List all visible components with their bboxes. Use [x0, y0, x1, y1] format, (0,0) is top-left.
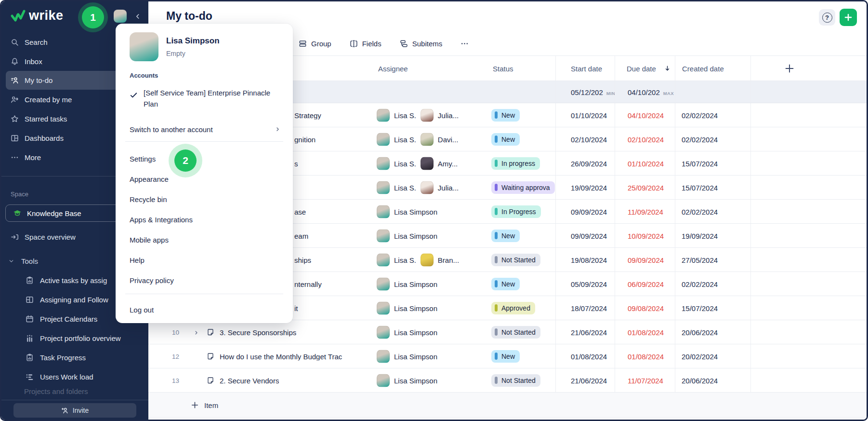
- sidebar-tool-users-work-load[interactable]: Users Work load: [1, 367, 148, 386]
- invite-button[interactable]: Invite: [13, 403, 136, 418]
- help-button[interactable]: ?: [819, 9, 835, 26]
- fields-icon: [350, 40, 358, 48]
- created-date-cell: 02/02/2024: [682, 280, 718, 288]
- sidebar-divider-bottom: [1, 400, 148, 400]
- avatar-julia: [421, 181, 434, 194]
- task-name: Strategy: [294, 111, 321, 119]
- menu-item-apps-integrations[interactable]: Apps & Integrations: [116, 209, 293, 230]
- toolbar-group-button[interactable]: Group: [299, 40, 331, 48]
- status-badge[interactable]: New: [491, 350, 520, 363]
- column-separator: [555, 344, 556, 368]
- tool-label: Project Calendars: [40, 315, 97, 323]
- assignee-name: Lisa Simpson: [394, 376, 437, 384]
- column-header-created-date[interactable]: Created date: [682, 64, 724, 72]
- sidebar-item-projects-and-folders[interactable]: Projects and folders: [24, 387, 88, 395]
- assignee-cell[interactable]: Lisa S.Julia...: [377, 109, 487, 122]
- assignee-name: Lisa Simpson: [394, 328, 437, 336]
- status-badge[interactable]: New: [491, 133, 520, 146]
- task-name: 2. Secure Vendors: [220, 376, 279, 384]
- status-badge[interactable]: New: [491, 278, 520, 290]
- assignee-cell[interactable]: Lisa Simpson: [377, 301, 487, 314]
- max-tag: MAX: [663, 90, 674, 95]
- expand-row-icon[interactable]: [193, 329, 199, 335]
- switch-account-item[interactable]: Switch to another account: [130, 122, 282, 136]
- column-separator: [615, 296, 615, 320]
- column-header-status[interactable]: Status: [493, 64, 513, 72]
- column-separator: [750, 200, 751, 223]
- created-date-cell: 02/02/2024: [682, 207, 718, 216]
- assignee-name: Lisa Simpson: [394, 280, 437, 288]
- column-separator: [615, 56, 615, 81]
- user-name: Lisa Simpson: [166, 36, 220, 46]
- logout-item[interactable]: Log out: [116, 299, 293, 320]
- assignee-cell[interactable]: Lisa S.Julia...: [377, 181, 487, 194]
- toolbar-button-label: Group: [311, 40, 331, 48]
- sort-descending-icon[interactable]: [664, 65, 671, 72]
- toolbar-fields-button[interactable]: Fields: [350, 40, 381, 48]
- task-name: s: [294, 159, 298, 167]
- menu-item-appearance[interactable]: Appearance: [116, 169, 293, 189]
- status-badge[interactable]: Approved: [491, 302, 535, 314]
- due-date-cell: 11/09/2024: [628, 207, 663, 216]
- menu-item-mobile-apps[interactable]: Mobile apps: [116, 230, 293, 250]
- status-badge[interactable]: Not Started: [491, 374, 540, 387]
- space-name: Knowledge Base: [27, 209, 81, 217]
- sidebar-item-label: Dashboards: [25, 134, 64, 142]
- menu-item-help[interactable]: Help: [116, 250, 293, 270]
- current-account[interactable]: [Self Service Team] Enterprise Pinnacle …: [144, 87, 273, 109]
- avatar-lisa: [377, 350, 390, 363]
- column-header-start-date[interactable]: Start date: [571, 64, 602, 72]
- column-separator: [555, 272, 556, 296]
- column-header-assignee[interactable]: Assignee: [378, 64, 408, 72]
- column-separator: [615, 272, 615, 296]
- status-label: In Progress: [501, 208, 536, 216]
- menu-item-recycle-bin[interactable]: Recycle bin: [116, 189, 293, 209]
- status-badge[interactable]: In Progress: [491, 205, 541, 218]
- assignee-cell[interactable]: Lisa Simpson: [377, 374, 487, 387]
- create-new-button[interactable]: [840, 9, 857, 26]
- add-item-row[interactable]: Item: [148, 393, 867, 418]
- assignee-cell[interactable]: Lisa Simpson: [377, 205, 487, 218]
- menu-divider: [125, 141, 283, 142]
- menu-item-privacy-policy[interactable]: Privacy policy: [116, 270, 293, 290]
- status-badge[interactable]: New: [491, 109, 520, 122]
- assignee-cell[interactable]: Lisa Simpson: [377, 350, 487, 363]
- document-icon: [207, 328, 214, 336]
- add-column-button[interactable]: [784, 63, 795, 74]
- sidebar-collapse-icon[interactable]: [132, 10, 143, 23]
- status-badge[interactable]: New: [491, 230, 520, 242]
- assignee-cell[interactable]: Lisa Simpson: [377, 277, 487, 290]
- due-date-cell: 06/09/2024: [628, 280, 664, 288]
- assignee-cell[interactable]: Lisa Simpson: [377, 326, 487, 339]
- status-badge[interactable]: In progress: [491, 157, 540, 170]
- sidebar-tool-project-portfolio-overview[interactable]: Project portfolio overview: [1, 328, 148, 348]
- table-row[interactable]: 12How do I use the Monthly Budget TracLi…: [148, 344, 867, 368]
- assignee-cell[interactable]: Lisa S.Bran...: [377, 253, 487, 266]
- avatar-lisa: [377, 277, 390, 290]
- menu-item-settings[interactable]: Settings: [116, 149, 293, 169]
- avatar-lisa: [377, 157, 390, 170]
- user-avatar[interactable]: [114, 10, 127, 23]
- assignee-cell[interactable]: Lisa S.Davi...: [377, 133, 487, 146]
- table-row[interactable]: 132. Secure VendorsLisa SimpsonNot Start…: [148, 368, 867, 393]
- toolbar-more-button[interactable]: [460, 40, 469, 48]
- column-header-due-date[interactable]: Due date: [627, 64, 656, 72]
- ellipsis-icon: [11, 153, 19, 162]
- column-separator: [615, 200, 615, 223]
- column-separator: [675, 296, 675, 320]
- assignee-cell[interactable]: Lisa Simpson: [377, 229, 487, 242]
- tool-label: Task Progress: [40, 353, 86, 362]
- status-badge[interactable]: Not Started: [491, 254, 540, 266]
- assignee-cell[interactable]: Lisa S.Amy...: [377, 157, 487, 170]
- table-row[interactable]: 103. Secure SponsorshipsLisa SimpsonNot …: [148, 320, 867, 344]
- sidebar-tool-task-progress[interactable]: Task Progress: [1, 348, 148, 367]
- start-date-cell: 19/08/2024: [571, 256, 607, 264]
- start-date-cell: 18/07/2024: [571, 304, 607, 312]
- status-badge[interactable]: Waiting approva: [491, 181, 555, 194]
- status-badge[interactable]: Not Started: [491, 326, 540, 339]
- assignee-name: Lisa Simpson: [394, 207, 437, 216]
- toolbar-subitems-button[interactable]: Subitems: [400, 40, 443, 48]
- column-separator: [555, 176, 556, 199]
- switch-account-label: Switch to another account: [130, 125, 213, 134]
- column-separator: [675, 81, 675, 103]
